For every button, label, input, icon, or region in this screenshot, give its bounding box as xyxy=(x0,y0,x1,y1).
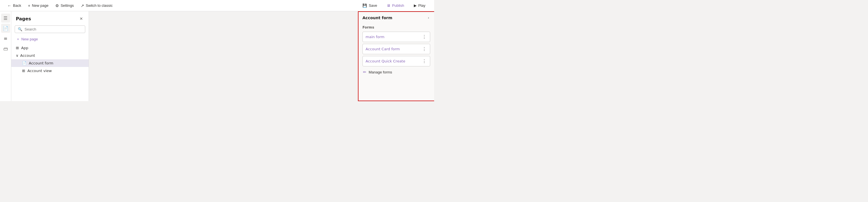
form-item-main-label: main form xyxy=(366,35,384,39)
app-icon: ⊞ xyxy=(16,46,19,50)
sidebar: Pages ✕ 🔍 + New page ⊞ App ∨ Account 📄 A… xyxy=(11,11,89,101)
form-item-main-menu-button[interactable]: ⋮ xyxy=(422,34,427,39)
nav-account-form-item[interactable]: 📄 Account form xyxy=(11,59,89,67)
pages-icon[interactable]: 📄 xyxy=(1,24,10,33)
plus-icon: + xyxy=(28,3,30,8)
topbar-left: ← Back + New page ⚙ Settings ↗ Switch to… xyxy=(4,2,357,9)
back-button[interactable]: ← Back xyxy=(4,2,24,9)
form-icon: 📄 xyxy=(22,61,27,65)
form-item-card-label: Account Card form xyxy=(366,47,400,51)
view-icon: ⊞ xyxy=(22,69,25,73)
nav-icon[interactable]: ≡ xyxy=(1,34,10,43)
pencil-icon: ✏ xyxy=(363,70,366,74)
topbar: ← Back + New page ⚙ Settings ↗ Switch to… xyxy=(0,0,434,11)
main-layout: ☰ 📄 ≡ 🗃 Pages ✕ 🔍 + New page ⊞ App ∨ Acc… xyxy=(0,11,434,101)
icon-rail: ☰ 📄 ≡ 🗃 xyxy=(0,11,11,101)
sidebar-nav: ⊞ App ∨ Account 📄 Account form ⊞ Account… xyxy=(11,44,89,101)
right-panel-chevron-button[interactable]: › xyxy=(427,15,430,21)
nav-account-section[interactable]: ∨ Account xyxy=(11,52,89,59)
save-button[interactable]: 💾 Save xyxy=(358,2,381,9)
right-panel: Account form › Forms main form ⋮ Account… xyxy=(358,11,434,101)
save-icon: 💾 xyxy=(363,3,367,8)
publish-icon: 🖥 xyxy=(387,3,391,8)
entities-icon[interactable]: 🗃 xyxy=(1,44,10,53)
account-chevron-icon: ∨ xyxy=(16,53,19,58)
right-panel-title: Account form xyxy=(363,16,392,20)
gear-icon: ⚙ xyxy=(55,3,59,8)
main-content xyxy=(89,11,358,101)
topbar-right: 💾 Save 🖥 Publish ▶ Play xyxy=(358,2,430,9)
settings-button[interactable]: ⚙ Settings xyxy=(53,2,77,9)
nav-account-view-item[interactable]: ⊞ Account view xyxy=(11,67,89,75)
new-page-sidebar-button[interactable]: + New page xyxy=(12,35,88,43)
search-icon: 🔍 xyxy=(18,27,22,31)
form-item-card-menu-button[interactable]: ⋮ xyxy=(422,46,427,52)
sidebar-title: Pages xyxy=(16,16,31,22)
form-item-quick-create-menu-button[interactable]: ⋮ xyxy=(422,58,427,64)
new-page-button[interactable]: + New page xyxy=(25,2,51,9)
manage-forms-button[interactable]: ✏ Manage forms xyxy=(363,68,393,76)
play-icon: ▶ xyxy=(414,3,416,8)
form-item-quick-create[interactable]: Account Quick Create ⋮ xyxy=(363,56,430,66)
right-panel-header: Account form › xyxy=(359,12,434,23)
form-item-card[interactable]: Account Card form ⋮ xyxy=(363,44,430,54)
search-input[interactable] xyxy=(25,27,82,31)
back-icon: ← xyxy=(7,3,11,8)
sidebar-close-button[interactable]: ✕ xyxy=(79,15,84,22)
nav-app-item[interactable]: ⊞ App xyxy=(11,44,89,52)
forms-section-label: Forms xyxy=(363,25,430,29)
right-panel-body: Forms main form ⋮ Account Card form ⋮ Ac… xyxy=(359,23,434,100)
search-box: 🔍 xyxy=(15,25,85,33)
switch-icon: ↗ xyxy=(81,3,84,8)
publish-button[interactable]: 🖥 Publish xyxy=(382,2,408,9)
form-item-quick-create-label: Account Quick Create xyxy=(366,59,405,63)
sidebar-header: Pages ✕ xyxy=(11,11,89,24)
hamburger-icon[interactable]: ☰ xyxy=(1,13,10,23)
switch-to-classic-button[interactable]: ↗ Switch to classic xyxy=(78,2,116,9)
play-button[interactable]: ▶ Play xyxy=(410,2,430,9)
new-page-plus-icon: + xyxy=(17,37,19,41)
form-item-main[interactable]: main form ⋮ xyxy=(363,32,430,42)
